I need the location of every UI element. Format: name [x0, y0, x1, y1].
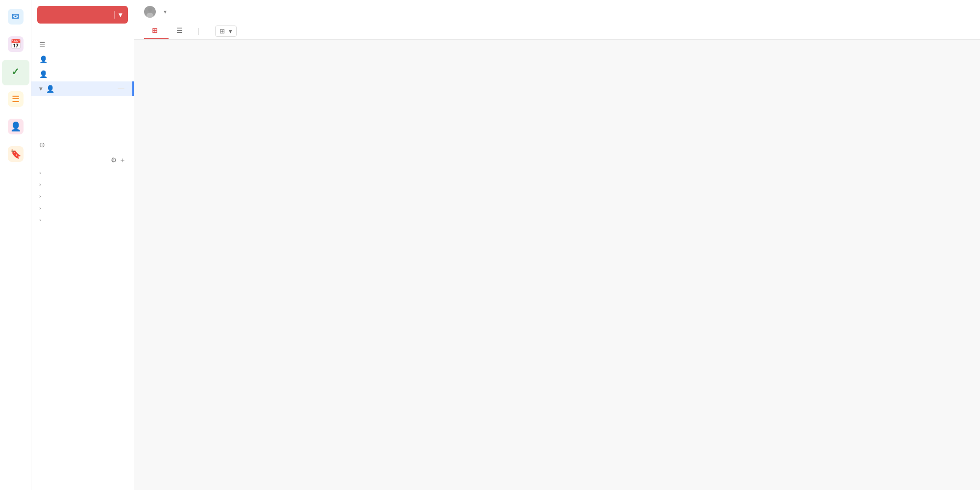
groupby-chevron-icon: ▾ [229, 27, 232, 35]
icon-bar-calendar[interactable]: 📅 [2, 32, 29, 58]
add-category-button[interactable] [142, 57, 158, 65]
icon-bar-bookmarks[interactable]: 🔖 [2, 142, 29, 168]
avatar [144, 6, 156, 18]
sidebar: ▾ ☰ 👤 👤 ▾ 👤 [31, 0, 134, 490]
unified-icon: ⊙ [39, 141, 45, 149]
header-tabs: ⊞ ☰ | ⊞ ▾ [144, 23, 970, 39]
sidebar-subitem-shopping[interactable] [39, 120, 134, 126]
agenda-icon: ☰ [39, 41, 46, 49]
sidebar-item-unified[interactable]: ⊙ [31, 137, 134, 152]
group-marketing[interactable]: › [31, 179, 134, 190]
tab-board[interactable]: ⊞ [144, 23, 169, 39]
header-top: ▾ [144, 6, 970, 18]
chevron-icon: › [39, 193, 41, 199]
calendar-icon: 📅 [8, 36, 24, 52]
icon-bar-contacts[interactable]: 👤 [2, 115, 29, 140]
sidebar-subitem-teammanage[interactable] [39, 102, 134, 108]
more-groups-link[interactable] [31, 226, 134, 232]
board-container [134, 40, 980, 490]
sidebar-item-assigned[interactable]: 👤 [31, 67, 134, 81]
board-tab-icon: ⊞ [152, 26, 158, 34]
sidebar-item-agenda[interactable]: ☰ [31, 37, 134, 52]
icon-bar: ✉ 📅 ✓ ☰ 👤 🔖 [0, 0, 31, 490]
sub-items [31, 96, 134, 137]
group-zylker[interactable]: › [31, 167, 134, 179]
icon-bar-tasks[interactable]: ✓ [2, 60, 29, 85]
groups-actions: ⚙ ＋ [111, 156, 126, 165]
notes-icon: ☰ [8, 91, 24, 107]
tab-list[interactable]: ☰ [169, 23, 194, 39]
personal-icon: 👤 [46, 85, 54, 93]
sidebar-subitem-personal[interactable] [39, 114, 134, 120]
main-header: ▾ ⊞ ☰ | ⊞ ▾ [134, 0, 980, 40]
main-content: ▾ ⊞ ☰ | ⊞ ▾ [134, 0, 980, 490]
sidebar-subitem-team[interactable] [39, 108, 134, 114]
icon-bar-notes[interactable]: ☰ [2, 87, 29, 113]
group-management[interactable]: › [31, 190, 134, 202]
groups-header: ⚙ ＋ [31, 152, 134, 167]
group-pr[interactable]: › [31, 214, 134, 226]
group-testing[interactable]: › [31, 202, 134, 214]
assigned-icon: 👤 [39, 70, 48, 78]
bookmarks-icon: 🔖 [8, 146, 24, 162]
groupby-select[interactable]: ⊞ ▾ [215, 26, 237, 37]
sidebar-subitem-daily[interactable] [39, 126, 134, 131]
tasks-icon: ✓ [8, 64, 24, 79]
mail-icon: ✉ [8, 9, 24, 25]
icon-bar-mail[interactable]: ✉ [2, 5, 29, 30]
views-section-label [31, 31, 134, 37]
contacts-icon: 👤 [8, 119, 24, 134]
groups-add-icon[interactable]: ＋ [119, 156, 126, 165]
new-task-button[interactable]: ▾ [37, 6, 128, 24]
sidebar-item-created[interactable]: 👤 [31, 52, 134, 67]
title-chevron-icon[interactable]: ▾ [164, 8, 167, 15]
chevron-icon: › [39, 217, 41, 223]
groups-settings-icon[interactable]: ⚙ [111, 156, 117, 165]
groupby-icon: ⊞ [220, 27, 225, 35]
sidebar-subitem-general[interactable] [39, 96, 134, 102]
add-category-link[interactable] [39, 131, 134, 137]
chevron-icon: › [39, 181, 41, 187]
created-icon: 👤 [39, 55, 48, 63]
list-tab-icon: ☰ [176, 26, 183, 34]
chevron-icon: › [39, 170, 41, 176]
groupby-section: ⊞ ▾ [211, 26, 237, 37]
chevron-icon: › [39, 205, 41, 211]
sidebar-item-personal[interactable]: ▾ 👤 [31, 81, 134, 96]
svg-point-0 [148, 8, 152, 12]
svg-point-1 [147, 13, 153, 18]
